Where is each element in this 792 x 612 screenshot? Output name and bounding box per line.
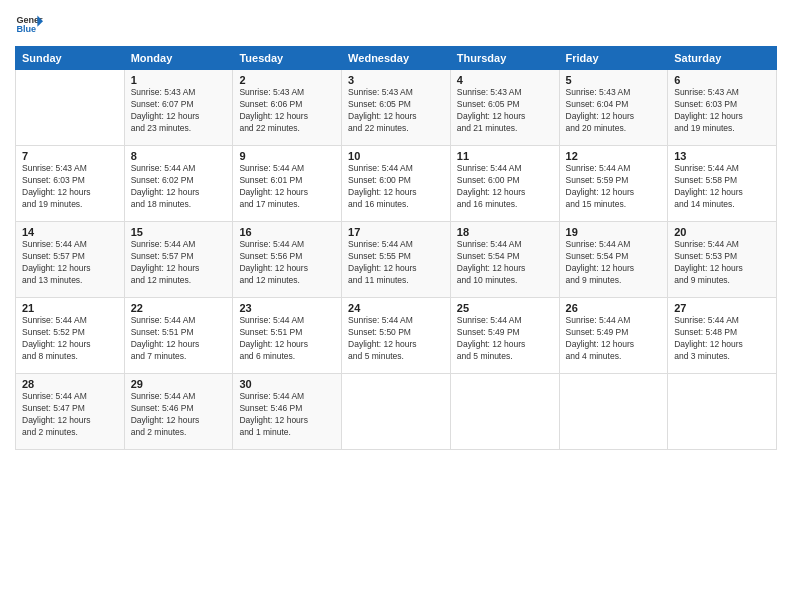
day-number: 15 bbox=[131, 226, 227, 238]
svg-text:Blue: Blue bbox=[16, 24, 36, 34]
calendar-cell: 5Sunrise: 5:43 AM Sunset: 6:04 PM Daylig… bbox=[559, 70, 668, 146]
calendar-cell: 28Sunrise: 5:44 AM Sunset: 5:47 PM Dayli… bbox=[16, 374, 125, 450]
day-info: Sunrise: 5:44 AM Sunset: 5:46 PM Dayligh… bbox=[131, 391, 227, 439]
calendar-body: 1Sunrise: 5:43 AM Sunset: 6:07 PM Daylig… bbox=[16, 70, 777, 450]
day-info: Sunrise: 5:44 AM Sunset: 6:01 PM Dayligh… bbox=[239, 163, 335, 211]
calendar-cell: 11Sunrise: 5:44 AM Sunset: 6:00 PM Dayli… bbox=[450, 146, 559, 222]
day-header-wednesday: Wednesday bbox=[342, 47, 451, 70]
day-number: 24 bbox=[348, 302, 444, 314]
calendar-cell: 23Sunrise: 5:44 AM Sunset: 5:51 PM Dayli… bbox=[233, 298, 342, 374]
day-info: Sunrise: 5:43 AM Sunset: 6:05 PM Dayligh… bbox=[457, 87, 553, 135]
day-number: 14 bbox=[22, 226, 118, 238]
day-info: Sunrise: 5:44 AM Sunset: 5:54 PM Dayligh… bbox=[566, 239, 662, 287]
calendar-cell: 6Sunrise: 5:43 AM Sunset: 6:03 PM Daylig… bbox=[668, 70, 777, 146]
calendar-cell: 15Sunrise: 5:44 AM Sunset: 5:57 PM Dayli… bbox=[124, 222, 233, 298]
day-number: 26 bbox=[566, 302, 662, 314]
day-info: Sunrise: 5:44 AM Sunset: 5:59 PM Dayligh… bbox=[566, 163, 662, 211]
calendar-cell: 25Sunrise: 5:44 AM Sunset: 5:49 PM Dayli… bbox=[450, 298, 559, 374]
calendar-cell: 3Sunrise: 5:43 AM Sunset: 6:05 PM Daylig… bbox=[342, 70, 451, 146]
day-number: 11 bbox=[457, 150, 553, 162]
day-number: 5 bbox=[566, 74, 662, 86]
week-row-4: 21Sunrise: 5:44 AM Sunset: 5:52 PM Dayli… bbox=[16, 298, 777, 374]
day-header-sunday: Sunday bbox=[16, 47, 125, 70]
day-info: Sunrise: 5:44 AM Sunset: 6:02 PM Dayligh… bbox=[131, 163, 227, 211]
calendar-cell: 21Sunrise: 5:44 AM Sunset: 5:52 PM Dayli… bbox=[16, 298, 125, 374]
day-info: Sunrise: 5:44 AM Sunset: 5:49 PM Dayligh… bbox=[457, 315, 553, 363]
day-info: Sunrise: 5:44 AM Sunset: 5:56 PM Dayligh… bbox=[239, 239, 335, 287]
calendar-cell: 26Sunrise: 5:44 AM Sunset: 5:49 PM Dayli… bbox=[559, 298, 668, 374]
calendar-cell bbox=[342, 374, 451, 450]
day-number: 29 bbox=[131, 378, 227, 390]
day-number: 3 bbox=[348, 74, 444, 86]
week-row-3: 14Sunrise: 5:44 AM Sunset: 5:57 PM Dayli… bbox=[16, 222, 777, 298]
day-info: Sunrise: 5:44 AM Sunset: 5:51 PM Dayligh… bbox=[131, 315, 227, 363]
day-number: 13 bbox=[674, 150, 770, 162]
day-info: Sunrise: 5:44 AM Sunset: 5:51 PM Dayligh… bbox=[239, 315, 335, 363]
calendar-cell: 24Sunrise: 5:44 AM Sunset: 5:50 PM Dayli… bbox=[342, 298, 451, 374]
week-row-1: 1Sunrise: 5:43 AM Sunset: 6:07 PM Daylig… bbox=[16, 70, 777, 146]
week-row-2: 7Sunrise: 5:43 AM Sunset: 6:03 PM Daylig… bbox=[16, 146, 777, 222]
day-number: 19 bbox=[566, 226, 662, 238]
calendar-cell: 17Sunrise: 5:44 AM Sunset: 5:55 PM Dayli… bbox=[342, 222, 451, 298]
calendar-cell: 27Sunrise: 5:44 AM Sunset: 5:48 PM Dayli… bbox=[668, 298, 777, 374]
calendar-cell bbox=[668, 374, 777, 450]
calendar-cell: 1Sunrise: 5:43 AM Sunset: 6:07 PM Daylig… bbox=[124, 70, 233, 146]
calendar-cell: 14Sunrise: 5:44 AM Sunset: 5:57 PM Dayli… bbox=[16, 222, 125, 298]
day-info: Sunrise: 5:43 AM Sunset: 6:05 PM Dayligh… bbox=[348, 87, 444, 135]
day-info: Sunrise: 5:44 AM Sunset: 5:53 PM Dayligh… bbox=[674, 239, 770, 287]
day-header-monday: Monday bbox=[124, 47, 233, 70]
calendar-cell bbox=[450, 374, 559, 450]
day-number: 21 bbox=[22, 302, 118, 314]
calendar-cell bbox=[16, 70, 125, 146]
day-number: 1 bbox=[131, 74, 227, 86]
calendar-cell: 4Sunrise: 5:43 AM Sunset: 6:05 PM Daylig… bbox=[450, 70, 559, 146]
day-number: 18 bbox=[457, 226, 553, 238]
day-info: Sunrise: 5:44 AM Sunset: 5:55 PM Dayligh… bbox=[348, 239, 444, 287]
day-info: Sunrise: 5:44 AM Sunset: 6:00 PM Dayligh… bbox=[348, 163, 444, 211]
day-info: Sunrise: 5:44 AM Sunset: 5:57 PM Dayligh… bbox=[22, 239, 118, 287]
week-row-5: 28Sunrise: 5:44 AM Sunset: 5:47 PM Dayli… bbox=[16, 374, 777, 450]
calendar-cell: 9Sunrise: 5:44 AM Sunset: 6:01 PM Daylig… bbox=[233, 146, 342, 222]
day-info: Sunrise: 5:44 AM Sunset: 5:52 PM Dayligh… bbox=[22, 315, 118, 363]
day-number: 2 bbox=[239, 74, 335, 86]
calendar-cell: 10Sunrise: 5:44 AM Sunset: 6:00 PM Dayli… bbox=[342, 146, 451, 222]
day-info: Sunrise: 5:44 AM Sunset: 6:00 PM Dayligh… bbox=[457, 163, 553, 211]
calendar-cell: 30Sunrise: 5:44 AM Sunset: 5:46 PM Dayli… bbox=[233, 374, 342, 450]
calendar-cell: 19Sunrise: 5:44 AM Sunset: 5:54 PM Dayli… bbox=[559, 222, 668, 298]
day-info: Sunrise: 5:44 AM Sunset: 5:46 PM Dayligh… bbox=[239, 391, 335, 439]
calendar-header: SundayMondayTuesdayWednesdayThursdayFrid… bbox=[16, 47, 777, 70]
day-info: Sunrise: 5:43 AM Sunset: 6:03 PM Dayligh… bbox=[674, 87, 770, 135]
day-number: 8 bbox=[131, 150, 227, 162]
day-info: Sunrise: 5:44 AM Sunset: 5:57 PM Dayligh… bbox=[131, 239, 227, 287]
day-number: 9 bbox=[239, 150, 335, 162]
day-info: Sunrise: 5:44 AM Sunset: 5:47 PM Dayligh… bbox=[22, 391, 118, 439]
calendar-cell: 2Sunrise: 5:43 AM Sunset: 6:06 PM Daylig… bbox=[233, 70, 342, 146]
day-info: Sunrise: 5:44 AM Sunset: 5:48 PM Dayligh… bbox=[674, 315, 770, 363]
day-info: Sunrise: 5:43 AM Sunset: 6:07 PM Dayligh… bbox=[131, 87, 227, 135]
day-number: 4 bbox=[457, 74, 553, 86]
day-number: 25 bbox=[457, 302, 553, 314]
calendar-cell bbox=[559, 374, 668, 450]
day-info: Sunrise: 5:43 AM Sunset: 6:03 PM Dayligh… bbox=[22, 163, 118, 211]
day-header-saturday: Saturday bbox=[668, 47, 777, 70]
day-number: 6 bbox=[674, 74, 770, 86]
day-number: 7 bbox=[22, 150, 118, 162]
day-header-friday: Friday bbox=[559, 47, 668, 70]
calendar-cell: 18Sunrise: 5:44 AM Sunset: 5:54 PM Dayli… bbox=[450, 222, 559, 298]
calendar-cell: 7Sunrise: 5:43 AM Sunset: 6:03 PM Daylig… bbox=[16, 146, 125, 222]
day-number: 17 bbox=[348, 226, 444, 238]
day-header-thursday: Thursday bbox=[450, 47, 559, 70]
calendar-cell: 8Sunrise: 5:44 AM Sunset: 6:02 PM Daylig… bbox=[124, 146, 233, 222]
day-number: 16 bbox=[239, 226, 335, 238]
calendar-cell: 13Sunrise: 5:44 AM Sunset: 5:58 PM Dayli… bbox=[668, 146, 777, 222]
day-number: 30 bbox=[239, 378, 335, 390]
day-header-tuesday: Tuesday bbox=[233, 47, 342, 70]
day-number: 23 bbox=[239, 302, 335, 314]
calendar-cell: 16Sunrise: 5:44 AM Sunset: 5:56 PM Dayli… bbox=[233, 222, 342, 298]
day-info: Sunrise: 5:43 AM Sunset: 6:06 PM Dayligh… bbox=[239, 87, 335, 135]
day-info: Sunrise: 5:43 AM Sunset: 6:04 PM Dayligh… bbox=[566, 87, 662, 135]
day-info: Sunrise: 5:44 AM Sunset: 5:54 PM Dayligh… bbox=[457, 239, 553, 287]
calendar-cell: 29Sunrise: 5:44 AM Sunset: 5:46 PM Dayli… bbox=[124, 374, 233, 450]
calendar-cell: 22Sunrise: 5:44 AM Sunset: 5:51 PM Dayli… bbox=[124, 298, 233, 374]
calendar-cell: 20Sunrise: 5:44 AM Sunset: 5:53 PM Dayli… bbox=[668, 222, 777, 298]
